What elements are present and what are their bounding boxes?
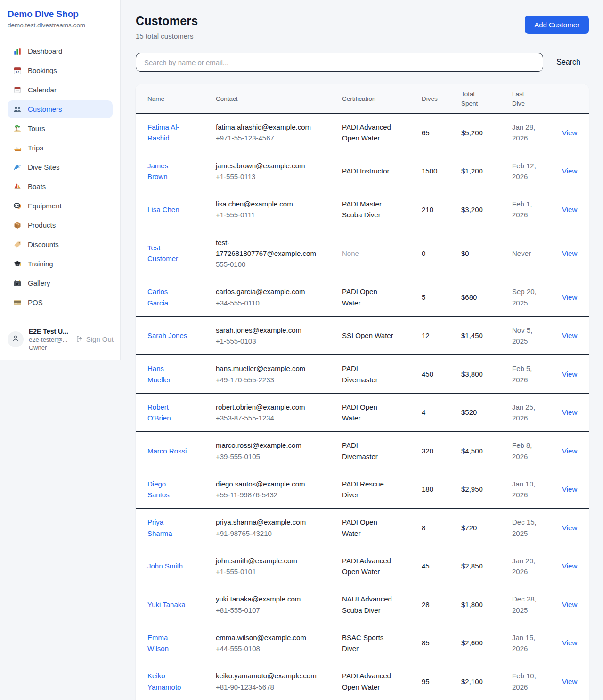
sidebar-item-products[interactable]: Products [8, 216, 113, 234]
sidebar-item-gallery[interactable]: Gallery [8, 274, 113, 292]
contact-cell: emma.wilson@example.com +44-555-0108 [216, 632, 342, 654]
sidebar-item-dive-sites[interactable]: Dive Sites [8, 158, 113, 176]
sidebar-item-discounts[interactable]: Discounts [8, 236, 113, 254]
customer-phone: 555-0100 [216, 259, 336, 270]
equipment-icon [13, 202, 22, 210]
trips-icon [13, 144, 22, 152]
customer-name-link[interactable]: Diego Santos [147, 478, 189, 501]
customer-name-cell: Test Customer [147, 242, 216, 264]
customer-name-link[interactable]: Sarah Jones [147, 330, 187, 341]
sidebar-item-customers[interactable]: Customers [8, 100, 113, 118]
sidebar-item-tours[interactable]: Tours [8, 120, 113, 138]
search-input[interactable] [136, 53, 543, 72]
view-link[interactable]: View [562, 331, 577, 339]
view-link[interactable]: View [562, 562, 577, 570]
last-dive-value: Nov 5, 2025 [512, 325, 541, 347]
view-link[interactable]: View [562, 677, 577, 685]
view-link[interactable]: View [562, 408, 577, 416]
boats-icon [13, 182, 22, 191]
view-link[interactable]: View [562, 293, 577, 301]
last-dive-cell: Dec 15, 2025 [512, 517, 562, 539]
contact-cell: carlos.garcia@example.com +34-555-0110 [216, 286, 342, 308]
last-dive-value: Feb 10, 2026 [512, 670, 541, 692]
sidebar-item-label: Customers [28, 105, 62, 113]
customer-name-link[interactable]: Priya Sharma [147, 517, 189, 539]
customer-name-link[interactable]: Marco Rossi [147, 445, 187, 456]
products-icon [13, 221, 22, 230]
tours-icon [13, 124, 22, 133]
sidebar-item-label: Equipment [28, 202, 62, 210]
table-row: Emma Wilson emma.wilson@example.com +44-… [136, 624, 589, 663]
customer-email: yuki.tanaka@example.com [216, 593, 317, 604]
certification-value: PADI Advanced Open Water [342, 555, 395, 577]
last-dive-value: Feb 1, 2026 [512, 198, 541, 221]
dives-cell: 5 [422, 292, 461, 303]
dives-cell: 4 [422, 407, 461, 418]
customer-email: hans.mueller@example.com [216, 363, 317, 374]
last-dive-cell: Feb 5, 2026 [512, 363, 562, 385]
total-spent-cell: $4,500 [461, 445, 512, 456]
view-link[interactable]: View [562, 167, 577, 175]
table-row: Yuki Tanaka yuki.tanaka@example.com +81-… [136, 585, 589, 624]
contact-cell: priya.sharma@example.com +91-98765-43210 [216, 517, 342, 539]
main-content: Customers 15 total customers Add Custome… [121, 0, 603, 700]
customer-name-cell: John Smith [147, 560, 216, 571]
sidebar-item-trips[interactable]: Trips [8, 139, 113, 157]
view-link[interactable]: View [562, 447, 577, 455]
sidebar-item-calendar[interactable]: Calendar [8, 81, 113, 99]
customer-name-link[interactable]: James Brown [147, 160, 189, 182]
view-link[interactable]: View [562, 639, 577, 647]
customer-name-link[interactable]: John Smith [147, 560, 183, 571]
dives-cell: 45 [422, 560, 461, 571]
view-link[interactable]: View [562, 249, 577, 257]
view-link[interactable]: View [562, 485, 577, 493]
dives-cell: 65 [422, 127, 461, 138]
customer-name-link[interactable]: Robert O'Brien [147, 402, 189, 424]
view-link[interactable]: View [562, 370, 577, 378]
search-button[interactable]: Search [556, 58, 580, 66]
customer-name-link[interactable]: Carlos Garcia [147, 286, 189, 308]
last-dive-cell: Dec 28, 2025 [512, 593, 562, 616]
customer-name-link[interactable]: Hans Mueller [147, 363, 189, 385]
certification-value: NAUI Advanced Scuba Diver [342, 593, 395, 616]
total-spent-cell: $3,800 [461, 369, 512, 379]
sidebar-item-label: POS [28, 298, 43, 306]
add-customer-button[interactable]: Add Customer [525, 16, 589, 34]
dives-cell: 28 [422, 599, 461, 610]
customer-name-link[interactable]: Fatima Al-Rashid [147, 122, 189, 144]
view-link[interactable]: View [562, 524, 577, 532]
last-dive-cell: Jan 28, 2026 [512, 122, 562, 144]
page-title: Customers [136, 14, 198, 28]
view-link[interactable]: View [562, 601, 577, 609]
sidebar-item-training[interactable]: Training [8, 255, 113, 273]
last-dive-cell: Feb 12, 2026 [512, 160, 562, 182]
customer-phone: +971-55-123-4567 [216, 132, 336, 143]
dives-cell: 85 [422, 637, 461, 648]
discounts-icon [13, 240, 22, 249]
customer-name-link[interactable]: Emma Wilson [147, 632, 189, 654]
sidebar-item-boats[interactable]: Boats [8, 178, 113, 196]
customer-name-cell: Yuki Tanaka [147, 599, 216, 610]
sidebar-item-bookings[interactable]: 17 Bookings [8, 62, 113, 80]
sidebar-item-equipment[interactable]: Equipment [8, 197, 113, 215]
customer-name-link[interactable]: Test Customer [147, 242, 189, 264]
customer-phone: +49-170-555-2233 [216, 374, 336, 385]
customer-name-link[interactable]: Keiko Yamamoto [147, 670, 189, 692]
contact-cell: yuki.tanaka@example.com +81-555-0107 [216, 593, 342, 616]
total-spent-cell: $1,800 [461, 599, 512, 610]
sidebar-item-label: Tours [28, 124, 45, 132]
sidebar-item-pos[interactable]: POS [8, 294, 113, 312]
view-link[interactable]: View [562, 129, 577, 137]
actions-cell: View [562, 248, 583, 259]
sign-out-icon [75, 335, 83, 344]
sign-out-button[interactable]: Sign Out [75, 335, 114, 344]
sidebar-item-dashboard[interactable]: Dashboard [8, 42, 113, 60]
customer-name-link[interactable]: Yuki Tanaka [147, 599, 186, 610]
view-link[interactable]: View [562, 206, 577, 214]
calendar-icon [13, 86, 22, 94]
customer-email: lisa.chen@example.com [216, 198, 317, 209]
table-row: Lisa Chen lisa.chen@example.com +1-555-0… [136, 190, 589, 229]
last-dive-value: Sep 20, 2025 [512, 286, 541, 308]
customer-name-link[interactable]: Lisa Chen [147, 204, 179, 215]
search-row: Search [136, 53, 589, 72]
